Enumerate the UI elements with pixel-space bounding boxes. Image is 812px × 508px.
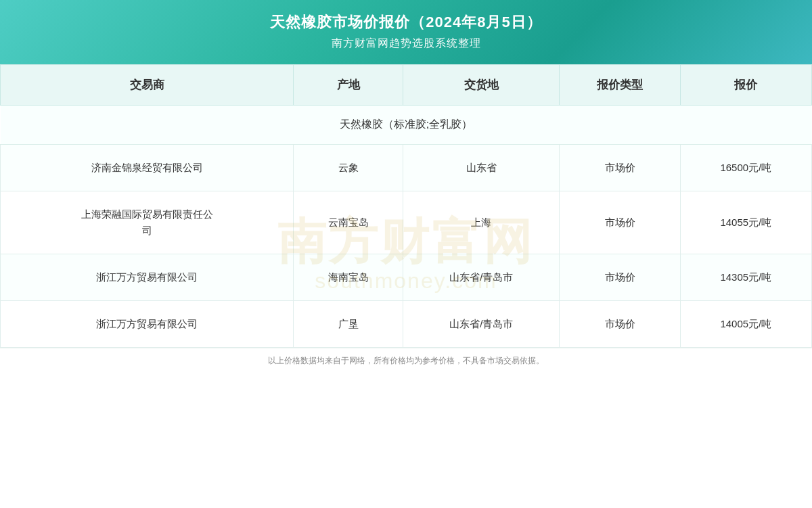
page-subtitle: 南方财富网趋势选股系统整理 [14, 37, 798, 51]
table-row: 浙江万方贸易有限公司广垦山东省/青岛市市场价14005元/吨 [1, 301, 812, 348]
table-row: 上海荣融国际贸易有限责任公 司云南宝岛上海市场价14055元/吨 [1, 191, 812, 254]
cell-trader: 浙江万方贸易有限公司 [1, 301, 294, 348]
cell-trader: 浙江万方贸易有限公司 [1, 254, 294, 301]
cell-price: 16500元/吨 [680, 145, 811, 191]
cell-price: 14005元/吨 [680, 301, 811, 348]
cell-origin: 云象 [294, 145, 403, 191]
footer-note: 以上价格数据均来自于网络，所有价格均为参考价格，不具备市场交易依据。 [268, 356, 544, 365]
cell-price-type: 市场价 [560, 301, 680, 348]
cell-delivery: 山东省 [403, 145, 560, 191]
cell-delivery: 上海 [403, 191, 560, 254]
cell-delivery: 山东省/青岛市 [403, 301, 560, 348]
cell-delivery: 山东省/青岛市 [403, 254, 560, 301]
col-price-type: 报价类型 [560, 65, 680, 106]
page-header: 天然橡胶市场价报价（2024年8月5日） 南方财富网趋势选股系统整理 [0, 0, 812, 64]
cell-trader: 上海荣融国际贸易有限责任公 司 [1, 191, 294, 254]
col-origin: 产地 [294, 65, 403, 106]
table-row: 济南金锦泉经贸有限公司云象山东省市场价16500元/吨 [1, 145, 812, 191]
cell-price: 14305元/吨 [680, 254, 811, 301]
table-row: 浙江万方贸易有限公司海南宝岛山东省/青岛市市场价14305元/吨 [1, 254, 812, 301]
price-table: 交易商 产地 交货地 报价类型 报价 天然橡胶（标准胶;全乳胶） 济南金锦泉经贸… [0, 64, 812, 348]
cell-price-type: 市场价 [560, 145, 680, 191]
col-delivery: 交货地 [403, 65, 560, 106]
category-label: 天然橡胶（标准胶;全乳胶） [1, 106, 812, 145]
cell-origin: 海南宝岛 [294, 254, 403, 301]
cell-price-type: 市场价 [560, 191, 680, 254]
category-row: 天然橡胶（标准胶;全乳胶） [1, 106, 812, 145]
col-price: 报价 [680, 65, 811, 106]
cell-origin: 云南宝岛 [294, 191, 403, 254]
data-table-wrap: 交易商 产地 交货地 报价类型 报价 天然橡胶（标准胶;全乳胶） 济南金锦泉经贸… [0, 64, 812, 348]
cell-price-type: 市场价 [560, 254, 680, 301]
page-title: 天然橡胶市场价报价（2024年8月5日） [14, 12, 798, 32]
table-header-row: 交易商 产地 交货地 报价类型 报价 [1, 65, 812, 106]
cell-trader: 济南金锦泉经贸有限公司 [1, 145, 294, 191]
cell-origin: 广垦 [294, 301, 403, 348]
cell-price: 14055元/吨 [680, 191, 811, 254]
col-trader: 交易商 [1, 65, 294, 106]
footer: 以上价格数据均来自于网络，所有价格均为参考价格，不具备市场交易依据。 [0, 348, 812, 373]
